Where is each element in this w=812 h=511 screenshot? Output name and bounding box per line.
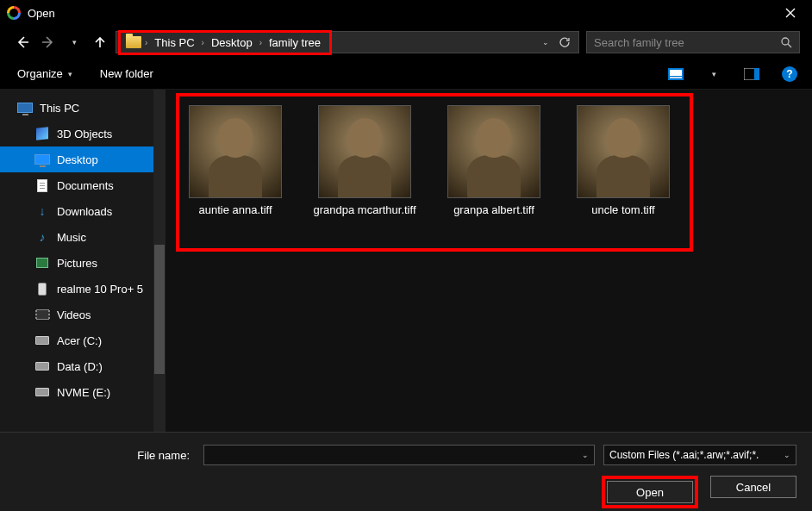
sidebar-item-documents[interactable]: Documents bbox=[0, 172, 166, 198]
drive-icon bbox=[34, 333, 50, 347]
back-button[interactable] bbox=[12, 32, 33, 53]
chevron-right-icon: › bbox=[202, 38, 204, 47]
arrow-left-icon bbox=[15, 34, 30, 50]
up-button[interactable] bbox=[90, 32, 110, 53]
thumbnail bbox=[577, 105, 670, 198]
thumbnail bbox=[447, 105, 540, 198]
file-grid: auntie anna.tiff grandpa mcarthur.tiff g… bbox=[181, 105, 678, 217]
sidebar-item-desktop[interactable]: Desktop bbox=[0, 146, 166, 172]
sidebar-this-pc[interactable]: This PC bbox=[0, 95, 166, 121]
drive-icon bbox=[34, 385, 50, 399]
chevron-right-icon: › bbox=[145, 38, 147, 47]
sidebar-item-label: Downloads bbox=[57, 205, 112, 218]
sidebar-item-drive-c[interactable]: Acer (C:) bbox=[0, 327, 166, 353]
folder-icon bbox=[126, 36, 141, 48]
sidebar-item-label: Data (D:) bbox=[57, 360, 103, 373]
address-right-controls: ⌄ bbox=[537, 34, 573, 51]
breadcrumb-family-tree[interactable]: family tree bbox=[265, 34, 324, 51]
help-icon: ? bbox=[782, 66, 797, 82]
organize-button[interactable]: Organize ▾ bbox=[12, 64, 78, 84]
chevron-down-icon: ⌄ bbox=[542, 38, 549, 47]
preview-pane-button[interactable] bbox=[741, 64, 762, 84]
open-label: Open bbox=[636, 486, 664, 499]
file-name: grandpa mcarthur.tiff bbox=[314, 203, 416, 217]
file-pane[interactable]: auntie anna.tiff grandpa mcarthur.tiff g… bbox=[166, 90, 812, 432]
sidebar-item-music[interactable]: ♪ Music bbox=[0, 224, 166, 250]
search-input[interactable]: Search family tree bbox=[586, 31, 800, 53]
tree-list: This PC 3D Objects Desktop Documents ↓ D… bbox=[0, 90, 166, 410]
address-wrap: › This PC › Desktop › family tree ⌄ Sear… bbox=[116, 31, 800, 53]
new-folder-button[interactable]: New folder bbox=[95, 64, 159, 84]
toolbar: Organize ▾ New folder ▾ ? bbox=[0, 59, 812, 90]
filename-label: File name: bbox=[16, 449, 195, 462]
sidebar-item-downloads[interactable]: ↓ Downloads bbox=[0, 198, 166, 224]
view-mode-button[interactable] bbox=[665, 64, 686, 84]
scrollbar-thumb[interactable] bbox=[154, 245, 165, 374]
file-item[interactable]: grandpa mcarthur.tiff bbox=[310, 105, 419, 217]
sidebar-item-videos[interactable]: Videos bbox=[0, 302, 166, 327]
pictures-icon bbox=[34, 256, 50, 270]
button-row: Open Cancel bbox=[16, 476, 796, 508]
file-item[interactable]: granpa albert.tiff bbox=[440, 105, 548, 217]
address-dropdown[interactable]: ⌄ bbox=[537, 34, 554, 51]
thumbnail bbox=[318, 105, 411, 198]
view-dropdown[interactable]: ▾ bbox=[703, 64, 724, 84]
drive-icon bbox=[34, 359, 50, 373]
svg-point-0 bbox=[782, 38, 789, 45]
svg-rect-5 bbox=[754, 68, 759, 80]
open-highlight: Open bbox=[602, 476, 698, 508]
sidebar-item-label: Acer (C:) bbox=[57, 334, 102, 347]
thumbnail bbox=[189, 105, 282, 198]
organize-label: Organize bbox=[17, 67, 63, 80]
chevron-right-icon: › bbox=[259, 38, 262, 47]
sidebar-item-drive-e[interactable]: NVME (E:) bbox=[0, 379, 166, 405]
search-placeholder: Search family tree bbox=[594, 36, 780, 49]
sidebar: This PC 3D Objects Desktop Documents ↓ D… bbox=[0, 90, 166, 432]
forward-button[interactable] bbox=[38, 32, 59, 53]
open-button[interactable]: Open bbox=[607, 481, 693, 503]
sidebar-item-label: Desktop bbox=[57, 153, 98, 166]
new-folder-label: New folder bbox=[100, 67, 153, 80]
breadcrumb-desktop[interactable]: Desktop bbox=[208, 34, 256, 51]
desktop-icon bbox=[34, 153, 50, 166]
chevron-down-icon: ▾ bbox=[712, 70, 716, 78]
filetype-select[interactable]: Custom Files (*.aai;*.arw;*.avif;*. ⌄ bbox=[603, 445, 796, 465]
sidebar-item-drive-d[interactable]: Data (D:) bbox=[0, 353, 166, 379]
sidebar-item-label: Music bbox=[57, 231, 86, 244]
sidebar-item-phone[interactable]: realme 10 Pro+ 5 bbox=[0, 276, 166, 302]
footer: File name: ⌄ Custom Files (*.aai;*.arw;*… bbox=[0, 432, 812, 511]
search-icon bbox=[780, 36, 792, 48]
music-icon: ♪ bbox=[34, 230, 50, 244]
filename-row: File name: ⌄ Custom Files (*.aai;*.arw;*… bbox=[16, 445, 796, 465]
window-title: Open bbox=[28, 7, 771, 20]
file-item[interactable]: auntie anna.tiff bbox=[181, 105, 290, 217]
video-icon bbox=[34, 308, 50, 321]
refresh-button[interactable] bbox=[556, 34, 573, 51]
chevron-down-icon[interactable]: ⌄ bbox=[582, 451, 589, 459]
sidebar-item-label: This PC bbox=[40, 102, 79, 115]
sidebar-item-3d-objects[interactable]: 3D Objects bbox=[0, 121, 166, 146]
recent-dropdown[interactable]: ▾ bbox=[64, 32, 84, 53]
refresh-icon bbox=[559, 36, 571, 48]
breadcrumb-highlight: › This PC › Desktop › family tree bbox=[118, 30, 332, 55]
close-icon bbox=[785, 8, 796, 18]
file-item[interactable]: uncle tom.tiff bbox=[569, 105, 678, 217]
chevron-down-icon: ▾ bbox=[68, 70, 72, 78]
cancel-button[interactable]: Cancel bbox=[710, 476, 796, 498]
sidebar-item-label: Documents bbox=[57, 179, 114, 192]
cube-icon bbox=[34, 127, 50, 140]
svg-rect-3 bbox=[670, 77, 682, 78]
sidebar-item-label: realme 10 Pro+ 5 bbox=[57, 283, 143, 296]
sidebar-scrollbar[interactable] bbox=[153, 90, 166, 432]
address-bar[interactable]: › This PC › Desktop › family tree ⌄ bbox=[116, 31, 579, 53]
sidebar-item-pictures[interactable]: Pictures bbox=[0, 250, 166, 276]
breadcrumb-this-pc[interactable]: This PC bbox=[151, 34, 197, 51]
help-button[interactable]: ? bbox=[779, 64, 800, 84]
cancel-label: Cancel bbox=[736, 481, 771, 494]
close-button[interactable] bbox=[771, 0, 810, 26]
download-icon: ↓ bbox=[34, 204, 50, 218]
file-name: granpa albert.tiff bbox=[453, 203, 534, 217]
filename-input[interactable]: ⌄ bbox=[203, 445, 595, 465]
file-name: auntie anna.tiff bbox=[198, 203, 272, 217]
arrow-right-icon bbox=[41, 34, 56, 50]
